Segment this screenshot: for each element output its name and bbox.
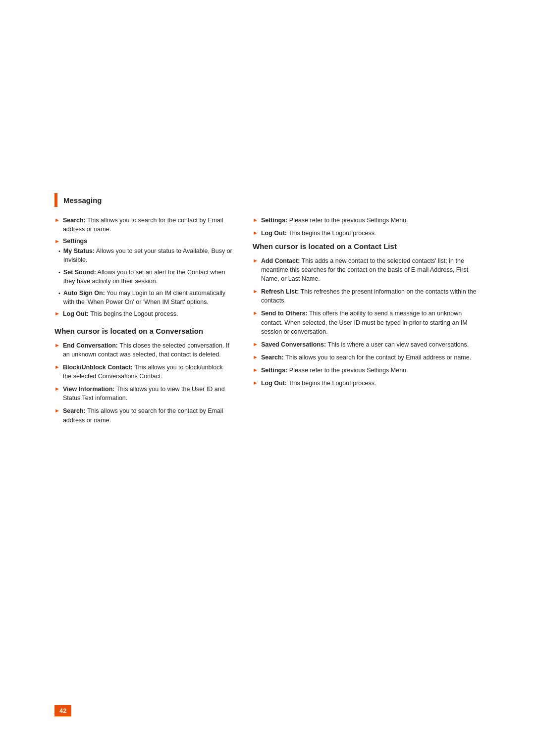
list-item: ► View Information: This allows you to v… — [54, 385, 233, 403]
item-text: Settings: Please refer to the previous S… — [261, 216, 408, 225]
item-text: Add Contact: This adds a new contact to … — [261, 256, 481, 283]
arrow-icon: ► — [54, 363, 60, 371]
item-text: Settings: Please refer to the previous S… — [261, 366, 408, 375]
bullet-icon: • — [58, 290, 60, 298]
list-item: ► Add Contact: This adds a new contact t… — [253, 256, 481, 283]
list-item: ► Search: This allows you to search for … — [54, 406, 233, 424]
arrow-icon: ► — [54, 238, 60, 244]
arrow-icon: ► — [54, 216, 60, 224]
two-column-layout: ► Search: This allows you to search for … — [54, 216, 481, 429]
item-label: Auto Sign On: — [63, 290, 105, 297]
arrow-icon: ► — [54, 310, 60, 318]
item-text: Auto Sign On: You may Login to an IM cli… — [63, 289, 233, 306]
item-text: Send to Others: This offers the ability … — [261, 309, 481, 336]
item-text: Search: This allows you to search for th… — [63, 216, 233, 234]
arrow-icon: ► — [253, 216, 258, 224]
section-header: Messaging — [54, 193, 481, 207]
arrow-icon: ► — [253, 366, 258, 374]
item-text: Log Out: This begins the Logout process. — [261, 229, 376, 238]
content-area: Messaging ► Search: This allows you to s… — [54, 193, 481, 429]
item-label: Log Out: — [63, 310, 89, 317]
arrow-icon: ► — [253, 309, 258, 317]
item-text: Log Out: This begins the Logout process. — [63, 309, 178, 318]
section-title: Messaging — [63, 196, 102, 204]
item-text: View Information: This allows you to vie… — [63, 385, 233, 403]
arrow-icon: ► — [253, 341, 258, 349]
list-item: ► Send to Others: This offers the abilit… — [253, 309, 481, 336]
item-text: Search: This allows you to search for th… — [261, 353, 471, 362]
item-label: Log Out: — [261, 230, 287, 237]
right-column: ► Settings: Please refer to the previous… — [253, 216, 481, 429]
item-label: Set Sound: — [63, 269, 96, 276]
item-label: Saved Conversations: — [261, 341, 326, 348]
list-item: ► Log Out: This begins the Logout proces… — [253, 379, 481, 388]
item-text: Set Sound: Allows you to set an alert fo… — [63, 268, 233, 286]
list-item: ► Log Out: This begins the Logout proces… — [54, 309, 233, 318]
list-item: ► Search: This allows you to search for … — [54, 216, 233, 234]
orange-bar-icon — [54, 193, 57, 207]
settings-label-text: Settings — [63, 238, 87, 245]
arrow-icon: ► — [253, 229, 258, 237]
list-item: ► Settings: Please refer to the previous… — [253, 216, 481, 225]
item-label: Search: — [63, 407, 86, 414]
list-item: • My Status: Allows you to set your stat… — [58, 247, 233, 264]
item-text: Refresh List: This refreshes the present… — [261, 287, 481, 305]
item-label: Send to Others: — [261, 310, 308, 317]
list-item: • Auto Sign On: You may Login to an IM c… — [58, 289, 233, 306]
left-column: ► Search: This allows you to search for … — [54, 216, 233, 429]
page: Messaging ► Search: This allows you to s… — [0, 0, 535, 756]
list-item: ► Settings: Please refer to the previous… — [253, 366, 481, 375]
arrow-icon: ► — [54, 385, 60, 393]
arrow-icon: ► — [253, 257, 258, 265]
list-item: ► Search: This allows you to search for … — [253, 353, 481, 362]
item-label: Search: — [63, 217, 86, 224]
item-label: Search: — [261, 354, 284, 361]
item-label: Refresh List: — [261, 288, 299, 295]
sub-list: • My Status: Allows you to set your stat… — [58, 247, 233, 306]
subsection-heading-contact-list: When cursor is located on a Contact List — [253, 242, 481, 252]
item-label: View Information: — [63, 386, 115, 393]
item-text: End Conversation: This closes the select… — [63, 341, 233, 359]
arrow-icon: ► — [54, 407, 60, 415]
list-item: ► End Conversation: This closes the sele… — [54, 341, 233, 359]
subsection-heading-conversation: When cursor is located on a Conversation — [54, 326, 233, 336]
item-label: Add Contact: — [261, 257, 300, 264]
list-item: ► Saved Conversations: This is where a u… — [253, 340, 481, 349]
item-label: My Status: — [63, 248, 95, 254]
item-text: Block/Unblock Contact: This allows you t… — [63, 363, 233, 381]
item-label: End Conversation: — [63, 342, 118, 349]
arrow-icon: ► — [253, 353, 258, 361]
settings-header-item: ► Settings — [54, 238, 233, 245]
arrow-icon: ► — [253, 288, 258, 296]
item-text: Saved Conversations: This is where a use… — [261, 340, 469, 349]
item-label: Block/Unblock Contact: — [63, 364, 133, 371]
item-text: Log Out: This begins the Logout process. — [261, 379, 376, 388]
list-item: ► Log Out: This begins the Logout proces… — [253, 229, 481, 238]
bullet-icon: • — [58, 248, 60, 255]
item-text: My Status: Allows you to set your status… — [63, 247, 233, 264]
list-item: ► Refresh List: This refreshes the prese… — [253, 287, 481, 305]
page-number: 42 — [54, 705, 71, 716]
arrow-icon: ► — [253, 379, 258, 387]
list-item: • Set Sound: Allows you to set an alert … — [58, 268, 233, 286]
item-label: Settings: — [261, 217, 287, 224]
item-label: Log Out: — [261, 380, 287, 387]
list-item: ► Block/Unblock Contact: This allows you… — [54, 363, 233, 381]
arrow-icon: ► — [54, 342, 60, 350]
item-label: Settings: — [261, 367, 287, 374]
bullet-icon: • — [58, 269, 60, 277]
item-text: Search: This allows you to search for th… — [63, 406, 233, 424]
